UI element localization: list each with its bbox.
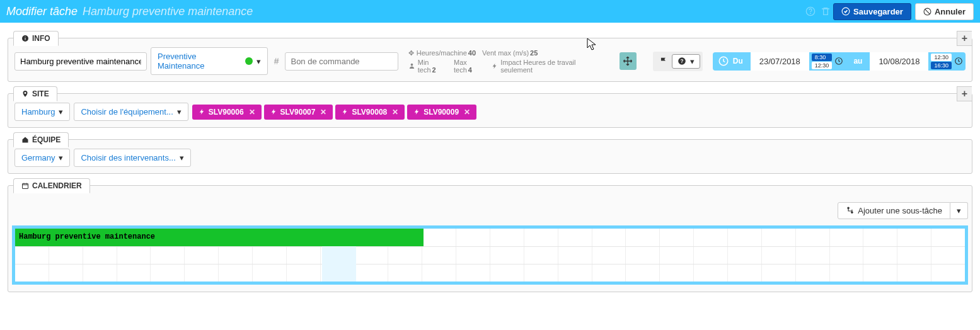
max-tech-value: 4	[468, 66, 472, 74]
gantt-chart[interactable]: Hamburg preventive maintenance	[12, 225, 968, 285]
cancel-button-label: Annuler	[935, 7, 966, 16]
date-from-input[interactable]: 23/07/2018	[751, 52, 809, 71]
help-icon[interactable]	[805, 6, 816, 16]
clock-icon	[834, 57, 843, 65]
equipment-tag-label: SLV90008	[352, 108, 387, 117]
caret-down-icon: ▾	[690, 57, 695, 66]
team-panel-title: ÉQUIPE	[32, 135, 61, 144]
task-name-input[interactable]	[14, 52, 147, 71]
site-location-label: Hamburg	[21, 107, 55, 117]
flag-icon	[659, 57, 668, 65]
date-to-label: au	[851, 57, 865, 65]
to-time-start[interactable]: 12:30	[931, 54, 952, 61]
task-type-label: Preventive Maintenance	[158, 52, 241, 71]
equipment-tag-label: SLV90007	[280, 108, 316, 117]
calendar-panel-title: CALENDRIER	[32, 181, 82, 190]
pin-icon	[21, 90, 29, 98]
from-time-end[interactable]: 12:30	[812, 62, 833, 69]
home-icon	[21, 136, 29, 144]
svg-rect-13	[23, 184, 28, 189]
save-button[interactable]: Sauvegarder	[833, 3, 911, 20]
min-tech-label: Min tech	[418, 59, 431, 74]
hash-icon: #	[274, 56, 279, 66]
info-panel: INFO + Preventive Maintenance ▾ # ✥ Heur…	[8, 38, 972, 82]
add-subtask-button[interactable]: Ajouter une sous-tâche	[838, 202, 950, 219]
svg-text:?: ?	[680, 59, 683, 64]
site-panel-title: SITE	[32, 89, 49, 98]
hours-machine-label: Heures/machine	[417, 49, 467, 57]
question-circle-icon: ?	[677, 57, 686, 65]
remove-tag-icon[interactable]: ✕	[392, 108, 398, 117]
info-panel-title: INFO	[32, 34, 50, 43]
equipment-tag[interactable]: SLV90007✕	[264, 105, 333, 120]
move-icon: ✥	[408, 49, 414, 57]
equipment-tag[interactable]: SLV90008✕	[335, 105, 405, 120]
caret-down-icon: ▾	[59, 107, 63, 117]
task-meta: ✥ Heures/machine40 Vent max (m/s)25 Min …	[408, 49, 611, 74]
remove-tag-icon[interactable]: ✕	[249, 108, 255, 117]
max-tech-label: Max tech	[454, 59, 467, 74]
svg-point-15	[851, 212, 853, 213]
site-panel: SITE + Hamburg ▾ Choisir de l'équipement…	[8, 93, 972, 128]
equipment-tag-label: SLV90006	[209, 108, 244, 117]
site-location-dropdown[interactable]: Hamburg ▾	[14, 103, 70, 121]
gantt-task-label: Hamburg preventive maintenance	[19, 232, 155, 241]
caret-down-icon: ▾	[257, 57, 261, 66]
team-base-dropdown[interactable]: Germany ▾	[14, 149, 70, 167]
team-workers-dropdown[interactable]: Choisir des intervenants... ▾	[74, 149, 190, 167]
info-add-button[interactable]: +	[957, 31, 972, 46]
delete-icon[interactable]	[821, 6, 831, 16]
calendar-icon	[21, 182, 29, 190]
add-subtask-caret[interactable]: ▾	[950, 202, 968, 219]
hours-machine-value: 40	[468, 49, 476, 57]
status-dot-icon	[245, 57, 252, 65]
caret-down-icon: ▾	[180, 153, 184, 162]
cancel-button[interactable]: Annuler	[915, 3, 974, 20]
site-add-button[interactable]: +	[957, 86, 972, 101]
from-time-start[interactable]: 8:30	[812, 54, 833, 61]
priority-dropdown[interactable]: ? ▾	[672, 54, 700, 69]
team-workers-label: Choisir des intervenants...	[81, 153, 175, 162]
add-subtask-label: Ajouter une sous-tâche	[858, 206, 942, 215]
task-type-dropdown[interactable]: Preventive Maintenance ▾	[151, 47, 268, 75]
calendar-panel: CALENDRIER Ajouter une sous-tâche ▾	[8, 185, 972, 292]
caret-down-icon: ▾	[59, 153, 63, 162]
info-panel-tab: INFO	[13, 31, 59, 46]
bolt-icon	[270, 108, 277, 115]
header-title: Modifier tâche	[6, 5, 78, 18]
site-equipment-label: Choisir de l'équipement...	[81, 107, 173, 117]
bolt-icon	[199, 108, 205, 115]
impact-label: Impact	[500, 59, 521, 66]
to-time-end[interactable]: 16:30	[931, 62, 952, 69]
remove-tag-icon[interactable]: ✕	[320, 108, 326, 117]
bolt-icon	[342, 108, 349, 115]
priority-block: ? ▾	[653, 52, 703, 71]
cancel-icon	[923, 8, 931, 16]
team-panel: ÉQUIPE Germany ▾ Choisir des intervenant…	[8, 139, 972, 174]
person-icon	[408, 62, 415, 69]
gantt-highlight	[322, 246, 356, 282]
subtask-icon	[846, 207, 855, 215]
equipment-tag[interactable]: SLV90009✕	[407, 105, 476, 120]
move-button[interactable]	[620, 52, 637, 70]
purchase-order-input[interactable]	[285, 52, 398, 71]
equipment-tag[interactable]: SLV90006✕	[192, 105, 262, 120]
header-bar: Modifier tâche Hamburg preventive mainte…	[0, 0, 980, 23]
svg-rect-5	[25, 38, 26, 40]
gantt-task-bar[interactable]: Hamburg preventive maintenance	[15, 229, 424, 246]
site-equipment-dropdown[interactable]: Choisir de l'équipement... ▾	[74, 103, 188, 121]
min-tech-value: 2	[432, 66, 436, 74]
bolt-icon	[492, 63, 498, 69]
svg-point-1	[810, 13, 811, 14]
svg-point-7	[410, 64, 413, 66]
check-circle-icon	[841, 7, 850, 16]
wind-max-label: Vent max (m/s)	[482, 49, 529, 57]
date-to-input[interactable]: 10/08/2018	[870, 52, 928, 71]
team-base-label: Germany	[21, 153, 55, 162]
header-subtitle: Hamburg preventive maintenance	[83, 5, 253, 18]
clock-icon	[954, 57, 963, 65]
remove-tag-icon[interactable]: ✕	[464, 108, 470, 117]
equipment-tag-label: SLV90009	[424, 108, 459, 117]
clock-icon	[718, 55, 729, 67]
team-panel-tab: ÉQUIPE	[13, 132, 69, 147]
